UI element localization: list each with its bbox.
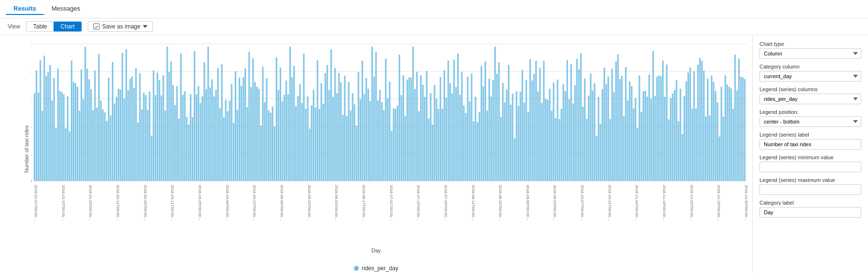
svg-rect-165 [330,50,332,181]
svg-rect-64 [133,88,135,181]
svg-rect-32 [71,61,72,181]
svg-rect-330 [652,51,654,181]
series-label-label: Legend (series) label [760,132,861,138]
svg-rect-22 [51,101,53,181]
svg-rect-309 [611,69,613,181]
svg-rect-334 [660,76,662,181]
legend-series-field: Legend (series) columns rides_per_day [760,86,861,104]
svg-rect-210 [418,111,420,181]
svg-rect-280 [555,118,556,181]
svg-rect-116 [235,71,236,181]
view-label: View [8,23,20,30]
category-label-input[interactable] [760,207,861,218]
svg-rect-162 [325,73,326,181]
svg-rect-125 [252,58,254,181]
svg-rect-254 [504,102,505,181]
svg-rect-171 [342,115,343,181]
svg-rect-186 [371,47,373,181]
legend-series-select[interactable]: rides_per_day [760,94,861,104]
svg-rect-174 [348,82,350,181]
svg-rect-346 [684,96,685,181]
svg-rect-286 [567,60,568,181]
svg-rect-285 [565,91,566,181]
chart-type-field: Chart type Column Bar Line Pie Area [760,41,861,59]
svg-rect-368 [727,84,728,181]
chart-type-select[interactable]: Column Bar Line Pie Area [760,48,861,59]
svg-rect-215 [428,119,429,181]
svg-rect-37 [81,69,82,181]
svg-rect-72 [149,92,150,181]
legend-position-label: Legend position: [760,109,861,115]
svg-rect-332 [656,77,658,181]
svg-rect-178 [356,126,357,181]
svg-text:2016-07-29T00:00:...: 2016-07-29T00:00:... [444,185,448,221]
tabs-container: Results Messages [6,3,88,15]
tab-messages[interactable]: Messages [44,3,88,15]
svg-rect-14 [36,70,37,181]
svg-rect-117 [237,110,238,181]
svg-rect-213 [424,97,425,181]
svg-rect-111 [225,100,227,181]
tab-results[interactable]: Results [6,3,44,15]
y-axis-label: Number of taxi rides [24,125,29,173]
svg-rect-248 [492,80,494,181]
svg-rect-350 [692,109,693,181]
svg-rect-337 [666,65,667,181]
max-value-input[interactable] [760,184,861,195]
svg-rect-151 [303,54,304,181]
svg-rect-148 [297,96,298,181]
svg-text:2016-11-04T00:00:...: 2016-11-04T00:00:... [635,185,639,221]
svg-rect-190 [379,90,380,181]
table-button[interactable]: Table [27,22,54,31]
svg-rect-260 [516,91,517,181]
svg-rect-230 [457,54,459,181]
chart-button[interactable]: Chart [54,22,81,31]
svg-rect-291 [576,59,578,181]
svg-rect-137 [276,57,277,181]
view-toggle: Table Chart [26,21,82,32]
svg-text:2016-01-29T00:00:...: 2016-01-29T00:00:... [88,185,93,221]
svg-rect-26 [59,91,61,181]
save-as-image-button[interactable]: Save as image [88,21,153,32]
svg-rect-287 [569,99,570,181]
svg-rect-231 [459,95,461,181]
series-label-input[interactable] [760,139,861,150]
svg-rect-319 [631,86,632,181]
svg-rect-61 [127,90,129,181]
svg-rect-329 [651,99,652,181]
svg-rect-115 [233,123,234,181]
min-value-input[interactable] [760,162,861,172]
svg-rect-96 [196,95,197,181]
svg-rect-333 [658,75,660,181]
svg-rect-142 [285,81,287,181]
svg-rect-51 [108,78,109,181]
svg-rect-41 [88,79,90,181]
legend-series-label: Legend (series) columns [760,86,861,92]
svg-rect-13 [34,93,35,181]
svg-rect-120 [243,77,244,181]
svg-rect-182 [364,94,365,181]
svg-rect-297 [588,96,589,181]
svg-rect-129 [260,125,261,181]
legend-position-select[interactable]: center - bottom top left right none [760,116,861,127]
svg-rect-150 [301,103,302,181]
svg-text:2016-09-23T00:00:...: 2016-09-23T00:00:... [553,185,557,221]
svg-rect-245 [487,111,488,181]
svg-rect-114 [231,84,232,181]
category-column-select[interactable]: current_day [760,71,861,82]
svg-rect-17 [41,111,43,181]
svg-rect-352 [695,109,697,181]
svg-rect-15 [38,93,39,181]
svg-rect-164 [328,90,330,181]
svg-rect-100 [203,62,205,181]
svg-text:400k: 400k [31,69,32,74]
svg-rect-189 [377,100,379,181]
svg-text:2016-04-08T00:00:...: 2016-04-08T00:00:... [225,185,230,221]
svg-rect-23 [54,78,55,181]
svg-rect-267 [529,59,531,181]
svg-rect-113 [229,101,231,181]
svg-rect-31 [69,131,70,181]
svg-rect-152 [305,109,307,181]
svg-rect-176 [352,93,353,181]
svg-rect-101 [205,89,207,181]
